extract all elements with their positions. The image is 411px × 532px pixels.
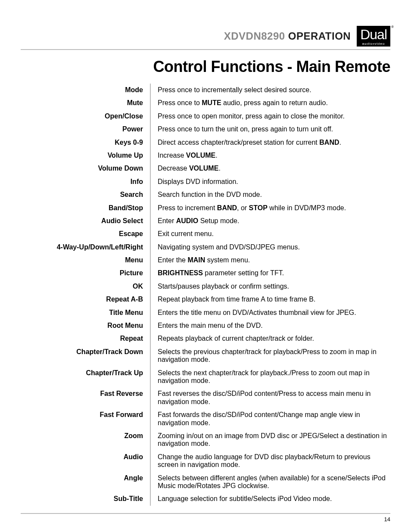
footer-divider — [21, 513, 390, 514]
function-label: Power — [21, 123, 150, 136]
function-label: Picture — [21, 267, 150, 280]
function-description: Decrease VOLUME. — [150, 162, 390, 175]
function-description: Repeats playback of current chapter/trac… — [150, 332, 390, 345]
function-row: PictureBRIGHTNESS parameter setting for … — [21, 267, 390, 280]
function-row: Band/StopPress to increment BAND, or STO… — [21, 202, 390, 215]
function-row: SearchSearch function in the DVD mode. — [21, 188, 390, 201]
registered-mark: ® — [391, 25, 394, 29]
brand-logo-sub: audio•video — [362, 42, 385, 46]
function-row: 4-Way-Up/Down/Left/RightNavigating syste… — [21, 241, 390, 254]
function-label: Chapter/Track Down — [21, 345, 150, 358]
function-label: Title Menu — [21, 306, 150, 319]
function-row: Title MenuEnters the title menu on DVD/A… — [21, 306, 390, 319]
function-description: Fast reverses the disc/SD/iPod content/P… — [150, 387, 390, 408]
function-description: Selects the next chapter/track for playb… — [150, 367, 390, 388]
function-label: Volume Down — [21, 162, 150, 175]
function-label: Root Menu — [21, 319, 150, 332]
function-row: Root MenuEnters the main menu of the DVD… — [21, 319, 390, 332]
function-description: Repeat playback from time frame A to tim… — [150, 293, 390, 306]
function-label: Chapter/Track Up — [21, 367, 150, 380]
function-label: Open/Close — [21, 110, 150, 123]
function-description: Change the audio language for DVD disc p… — [150, 451, 390, 472]
function-label: Escape — [21, 227, 150, 240]
brand-logo-main: Dual — [360, 28, 387, 41]
page-header: XDVDN8290 OPERATION Dual audio•video ® — [21, 26, 390, 47]
function-row: Chapter/Track UpSelects the next chapter… — [21, 367, 390, 388]
function-description: Enter AUDIO Setup mode. — [150, 215, 390, 227]
function-description: Exit current menu. — [150, 227, 390, 240]
function-description: Starts/pauses playback or confirm settin… — [150, 280, 390, 293]
function-label: Info — [21, 175, 150, 188]
function-row: AudioChange the audio language for DVD d… — [21, 451, 390, 472]
header-divider — [21, 49, 390, 50]
function-description: Navigating system and DVD/SD/JPEG menus. — [150, 241, 390, 254]
function-row: Keys 0-9Direct access chapter/track/pres… — [21, 136, 390, 149]
function-row: Fast ReverseFast reverses the disc/SD/iP… — [21, 387, 390, 408]
function-label: 4-Way-Up/Down/Left/Right — [21, 241, 150, 254]
function-row: InfoDisplays DVD information. — [21, 175, 390, 188]
function-row: Chapter/Track DownSelects the previous c… — [21, 345, 390, 367]
function-description: Press once to turn the unit on, press ag… — [150, 123, 390, 136]
function-label: Zoom — [21, 429, 150, 442]
function-label: OK — [21, 280, 150, 293]
function-row: Sub-TitleLanguage selection for subtitle… — [21, 492, 390, 505]
function-row: Volume DownDecrease VOLUME. — [21, 162, 390, 175]
function-label: Audio Select — [21, 215, 150, 227]
function-label: Menu — [21, 254, 150, 267]
header-title: XDVDN8290 OPERATION — [224, 30, 351, 42]
section-title: Control Functions - Main Remote — [21, 58, 390, 76]
function-description: Press to increment BAND, or STOP while i… — [150, 202, 390, 215]
function-row: PowerPress once to turn the unit on, pre… — [21, 123, 390, 136]
function-row: ModePress once to incrementally select d… — [21, 84, 390, 96]
function-description: Fast forwards the disc/SD/iPod content/C… — [150, 408, 390, 429]
function-row: AngleSelects between different angles (w… — [21, 472, 390, 493]
function-description: Selects the previous chapter/track for p… — [150, 345, 390, 367]
function-row: MenuEnter the MAIN system menu. — [21, 254, 390, 267]
function-row: Fast ForwardFast forwards the disc/SD/iP… — [21, 408, 390, 429]
function-label: Angle — [21, 472, 150, 485]
page-number: 14 — [384, 516, 390, 523]
function-label: Keys 0-9 — [21, 136, 150, 149]
function-description: Enter the MAIN system menu. — [150, 254, 390, 267]
functions-table: ModePress once to incrementally select d… — [21, 84, 390, 506]
function-label: Fast Reverse — [21, 387, 150, 400]
function-description: BRIGHTNESS parameter setting for TFT. — [150, 267, 390, 280]
function-description: Enters the title menu on DVD/Activates t… — [150, 306, 390, 319]
function-description: Language selection for subtitle/Selects … — [150, 492, 390, 505]
document-page: XDVDN8290 OPERATION Dual audio•video ® C… — [0, 0, 411, 532]
function-label: Sub-Title — [21, 492, 150, 505]
brand-logo: Dual audio•video ® — [357, 26, 390, 47]
function-description: Selects between different angles (when a… — [150, 472, 390, 493]
function-row: Repeat A-BRepeat playback from time fram… — [21, 293, 390, 306]
function-row: MutePress once to MUTE audio, press agai… — [21, 96, 390, 109]
function-label: Band/Stop — [21, 202, 150, 215]
function-row: ZoomZooming in/out on an image from DVD … — [21, 429, 390, 451]
function-description: Displays DVD information. — [150, 175, 390, 188]
function-label: Repeat A-B — [21, 293, 150, 306]
function-row: Open/ClosePress once to open monitor, pr… — [21, 110, 390, 123]
function-label: Search — [21, 188, 150, 201]
function-row: Volume UpIncrease VOLUME. — [21, 149, 390, 162]
operation-label: OPERATION — [288, 30, 351, 42]
function-description: Press once to MUTE audio, press again to… — [150, 96, 390, 109]
function-row: RepeatRepeats playback of current chapte… — [21, 332, 390, 345]
function-label: Volume Up — [21, 149, 150, 162]
function-description: Zooming in/out on an image from DVD disc… — [150, 429, 390, 451]
function-description: Enters the main menu of the DVD. — [150, 319, 390, 332]
function-description: Direct access chapter/track/preset stati… — [150, 136, 390, 149]
function-row: Audio SelectEnter AUDIO Setup mode. — [21, 215, 390, 227]
function-row: EscapeExit current menu. — [21, 227, 390, 240]
function-label: Mode — [21, 84, 150, 96]
function-label: Repeat — [21, 332, 150, 345]
function-description: Press once to open monitor, press again … — [150, 110, 390, 123]
brand-logo-box: Dual audio•video — [357, 26, 390, 47]
function-row: OKStarts/pauses playback or confirm sett… — [21, 280, 390, 293]
function-label: Audio — [21, 451, 150, 464]
model-number: XDVDN8290 — [224, 30, 285, 42]
function-label: Fast Forward — [21, 408, 150, 421]
function-description: Increase VOLUME. — [150, 149, 390, 162]
function-description: Search function in the DVD mode. — [150, 188, 390, 201]
function-description: Press once to incrementally select desir… — [150, 84, 390, 96]
function-label: Mute — [21, 96, 150, 109]
